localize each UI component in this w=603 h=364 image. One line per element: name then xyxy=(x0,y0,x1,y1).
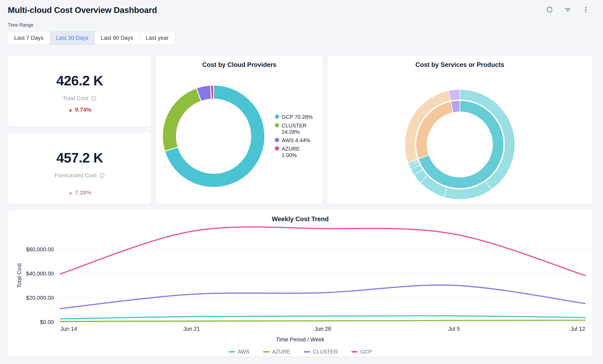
forecasted-cost-delta: ▲ 7.28% xyxy=(68,189,91,196)
legend-swatch xyxy=(275,138,279,142)
legend-swatch xyxy=(229,351,235,353)
line-chart-title: Weekly Cost Trend xyxy=(8,215,592,223)
time-range-last-90-days[interactable]: Last 90 Days xyxy=(94,31,139,44)
series-line-cluster xyxy=(60,285,585,309)
cost-by-services-card: Cost by Services or Products xyxy=(327,55,592,204)
total-cost-delta: ▲ 9.74% xyxy=(68,107,91,113)
chart-segment[interactable] xyxy=(449,89,460,101)
sunburst-chart-title: Cost by Services or Products xyxy=(327,61,592,68)
chart-segment[interactable] xyxy=(162,88,201,151)
x-tick-label: Jul 5 xyxy=(448,326,460,332)
legend-swatch xyxy=(275,123,279,127)
header-actions xyxy=(545,6,592,15)
weekly-cost-trend-chart: $0.00$20,000.00$40,000.00$60,000.00Jun 1… xyxy=(8,225,592,336)
series-line-gcp xyxy=(60,227,585,276)
legend-item-label: AZURE xyxy=(272,349,290,355)
y-tick-label: $60,000.00 xyxy=(26,246,54,253)
forecasted-cost-value: 457.2 K xyxy=(56,150,103,165)
kebab-menu-icon xyxy=(582,6,590,14)
time-range-label: Time Range xyxy=(8,22,592,28)
delta-up-icon: ▲ xyxy=(68,107,73,112)
legend-item-azure[interactable]: AZURE 1.00% xyxy=(275,146,319,158)
legend-swatch xyxy=(275,114,279,119)
legend-item-label: GCP 70.28% xyxy=(282,114,313,120)
legend-item-gcp[interactable]: GCP 70.28% xyxy=(275,114,319,120)
x-tick-label: Jul 12 xyxy=(570,326,585,332)
total-cost-value: 426.2 K xyxy=(56,73,103,88)
x-tick-label: Jun 28 xyxy=(314,326,331,332)
legend-item-azure[interactable]: AZURE xyxy=(263,349,290,355)
legend-swatch xyxy=(263,351,269,353)
services-sunburst-chart xyxy=(402,87,517,202)
refresh-icon xyxy=(546,6,553,14)
time-range-last-7-days[interactable]: Last 7 Days xyxy=(8,31,50,44)
legend-item-cluster[interactable]: CLUSTER xyxy=(304,349,338,355)
legend-item-gcp[interactable]: GCP xyxy=(351,349,372,355)
info-icon[interactable] xyxy=(91,96,96,101)
time-range-last-year[interactable]: Last year xyxy=(139,31,175,44)
legend-swatch xyxy=(351,351,358,353)
legend-item-label: AWS 4.44% xyxy=(282,137,310,144)
info-icon[interactable] xyxy=(99,173,105,178)
x-tick-label: Jun 14 xyxy=(60,326,77,332)
legend-item-label: AZURE 1.00% xyxy=(282,146,314,158)
legend-item-aws[interactable]: AWS xyxy=(229,349,250,355)
legend-item-label: AWS xyxy=(238,349,250,355)
x-tick-label: Jun 21 xyxy=(183,326,200,332)
header: Multi-cloud Cost Overview Dashboard xyxy=(8,5,592,15)
legend-item-cluster[interactable]: CLUSTER 24.28% xyxy=(275,122,319,135)
line-chart-legend: AWSAZURECLUSTERGCP xyxy=(8,349,592,355)
legend-swatch xyxy=(304,351,310,353)
legend-item-aws[interactable]: AWS 4.44% xyxy=(275,137,319,144)
time-range-button-group: Last 7 Days Last 30 Days Last 90 Days La… xyxy=(8,31,175,45)
dashboard-page: Multi-cloud Cost Overview Dashboard Time… xyxy=(0,0,603,357)
time-range-section: Time Range Last 7 Days Last 30 Days Last… xyxy=(8,22,592,45)
time-range-last-30-days[interactable]: Last 30 Days xyxy=(50,31,95,44)
cloud-providers-donut-chart xyxy=(160,83,267,190)
x-axis-label: Time Period / Week xyxy=(8,337,592,343)
legend-item-label: GCP xyxy=(360,349,372,355)
filter-button[interactable] xyxy=(563,6,572,15)
donut-legend: GCP 70.28%CLUSTER 24.28%AWS 4.44%AZURE 1… xyxy=(275,114,319,158)
y-tick-label: $0.00 xyxy=(40,319,54,325)
filter-icon xyxy=(564,6,571,14)
more-options-button[interactable] xyxy=(581,6,591,15)
forecasted-cost-label: Forecasted Cost xyxy=(55,172,97,179)
series-line-azure xyxy=(60,320,585,321)
donut-chart-title: Cost by Cloud Providers xyxy=(156,61,323,68)
top-cards-row: 426.2 K Total Cost ▲ 9.74% 457.2 K Forec… xyxy=(8,55,592,204)
y-axis-label: Total Cost xyxy=(16,263,22,288)
forecasted-cost-kpi-card: 457.2 K Forecasted Cost ▲ 7.28% xyxy=(8,132,151,204)
cost-by-cloud-providers-card: Cost by Cloud Providers GCP 70.28%CLUSTE… xyxy=(156,55,323,204)
y-tick-label: $40,000.00 xyxy=(26,271,54,277)
legend-item-label: CLUSTER 24.28% xyxy=(282,122,314,135)
total-cost-kpi-card: 426.2 K Total Cost ▲ 9.74% xyxy=(8,55,151,127)
weekly-cost-trend-card: Weekly Cost Trend $0.00$20,000.00$40,000… xyxy=(8,210,593,357)
page-title: Multi-cloud Cost Overview Dashboard xyxy=(8,5,157,15)
series-line-aws xyxy=(60,316,585,319)
total-cost-label: Total Cost xyxy=(63,95,89,101)
y-tick-label: $20,000.00 xyxy=(26,295,54,301)
refresh-button[interactable] xyxy=(545,6,554,15)
kpi-column: 426.2 K Total Cost ▲ 9.74% 457.2 K Forec… xyxy=(8,55,151,204)
delta-up-icon: ▲ xyxy=(68,190,73,195)
legend-item-label: CLUSTER xyxy=(313,349,338,355)
legend-swatch xyxy=(275,146,279,151)
chart-segment[interactable] xyxy=(210,85,214,99)
